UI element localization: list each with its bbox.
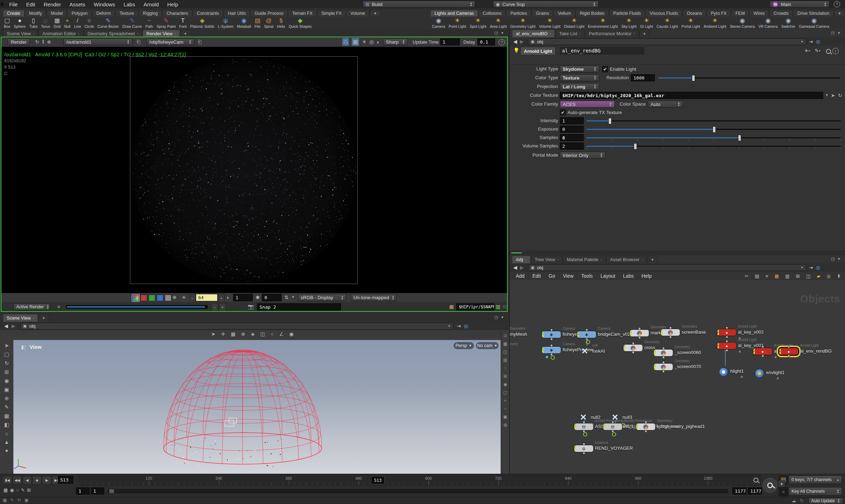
new-tab-button[interactable]: + [647, 256, 658, 263]
update-mode-dropdown[interactable]: Auto Update▲▼ [808, 498, 843, 504]
grid-vis-icon[interactable]: ▦ [501, 341, 509, 346]
snapshot-camera-icon[interactable]: 📷 [248, 304, 254, 309]
progress-plus-button[interactable]: + [219, 303, 226, 311]
shelf-tab-collisions[interactable]: Collisions [478, 10, 506, 17]
node-markerb[interactable]: markerBGeometry [630, 329, 649, 337]
jump-start-button[interactable]: ▮◀ [3, 476, 12, 484]
rop-path-dropdown[interactable]: /out/arnold1▲▼ [63, 38, 132, 45]
param-pane-menu-icon[interactable]: ▾ [838, 31, 840, 35]
shelf-tool-spiral[interactable]: @Spiral [262, 17, 275, 29]
cancel-render-icon[interactable]: ✕ [57, 304, 61, 309]
menu-render[interactable]: Render [39, 1, 65, 8]
shelf-tool-camera[interactable]: ◉Camera [430, 17, 447, 29]
channel-rgb-button[interactable] [132, 295, 139, 301]
portal-mode-dropdown[interactable]: Interior Only▲▼ [560, 152, 606, 159]
box-select-icon[interactable]: ▢ [0, 351, 13, 358]
net-menu-layout[interactable]: Layout [597, 272, 619, 279]
tab-close-icon[interactable]: ▪ [137, 32, 138, 35]
shelf-tool-line[interactable]: /Line [72, 17, 83, 29]
desktop-dropdown[interactable]: ⊞ Build ▲▼ [363, 1, 475, 8]
node-ass-voyager-1st-ne[interactable]: ▤ASS_VOYAGER_1st_neArnold Procedural [574, 423, 594, 430]
shelf-tool-box[interactable]: ▢Box [2, 17, 12, 29]
shelf-tab-drive-simulation[interactable]: Drive Simulation [793, 10, 834, 17]
range-start-field[interactable]: 1 [76, 487, 89, 494]
auto-refresh-icon[interactable]: ♺ [342, 38, 349, 46]
current-frame-field[interactable]: 513 [58, 476, 73, 484]
node-body[interactable]: ◆ [577, 331, 596, 338]
exposure-slider[interactable] [587, 126, 841, 133]
export-up-icon[interactable]: ⬆ [837, 273, 841, 279]
list-icon[interactable]: ≡ [765, 273, 768, 279]
plus-view-icon[interactable]: ⊞ [501, 374, 509, 379]
scene-pane-menu-icon[interactable]: ▾ [501, 315, 503, 320]
param-path-field[interactable]: ▣ obj ▼ [528, 38, 806, 45]
node-body[interactable]: ▤ [603, 423, 622, 430]
texture-reload-icon[interactable]: ↻ [838, 93, 842, 98]
pane-tab-geometry-spreadsheet[interactable]: Geometry Spreadsheet▪ [84, 30, 142, 37]
tab-close-icon[interactable]: ▪ [175, 32, 176, 35]
box-vis-icon[interactable]: ▣ [501, 414, 509, 419]
node-bridgecam-v02[interactable]: ◆bridgeCam_v02Camera [577, 331, 596, 338]
node-body[interactable]: ● [717, 342, 737, 349]
shelf-tab-particle-fluids[interactable]: Particle Fluids [609, 10, 645, 17]
tx-texture-checkbox[interactable]: ✔ [560, 109, 566, 115]
exposure-icon[interactable]: ☀ [182, 295, 186, 300]
range-icon[interactable]: ⇅ [284, 295, 289, 300]
pane-tab-scene-view[interactable]: Scene View▪ [3, 314, 38, 322]
channel-red-button[interactable] [140, 295, 147, 301]
network-pane-menu-icon[interactable]: ▾ [838, 257, 840, 261]
select-tool-icon[interactable]: ➤ [0, 342, 13, 349]
enable-light-checkbox[interactable]: ✔ [602, 66, 608, 72]
net-menu-help[interactable]: Help [638, 272, 656, 279]
samples-slider[interactable] [587, 134, 841, 141]
pane-split-icon[interactable]: ◳ [494, 31, 498, 35]
texture-menu-icon[interactable]: ▼ [825, 93, 828, 97]
tab-close-icon[interactable]: ▪ [634, 32, 635, 35]
shelf-tab-rigging[interactable]: Rigging [139, 10, 162, 17]
net-menu-view[interactable]: View [559, 272, 577, 279]
channel-blue-button[interactable] [157, 295, 163, 301]
tab-close-icon[interactable]: ▪ [526, 258, 527, 261]
tree-list-icon[interactable]: ▤ [755, 273, 759, 279]
info-icon[interactable]: i [832, 48, 839, 54]
camera-pick-icon[interactable]: ⎗ [198, 39, 202, 45]
cam-lock-icon[interactable]: ⊙ [501, 333, 509, 338]
snapshot-field[interactable]: Snap 2 [257, 303, 341, 310]
components-icon[interactable]: ▦ [352, 38, 359, 46]
shelf-tool-font[interactable]: TFont [177, 17, 188, 29]
shelf-tool-curve-bezier[interactable]: ✎Curve Bezier [96, 17, 121, 29]
shelf-tab-grains[interactable]: Grains [532, 10, 553, 17]
follow-icon[interactable]: ◎ [816, 265, 820, 270]
pane-tab-asset-browser[interactable]: Asset Browser▪ [606, 256, 647, 263]
pane-tab-obj[interactable]: /obj▪ [512, 256, 531, 263]
node-ass-voyager-2nd-new[interactable]: ▤ASS_VOYAGER_2nd_newArnold Procedural [603, 423, 622, 430]
range-edit-icon[interactable]: ✎ [21, 487, 25, 493]
shelf-tool-sky-light[interactable]: ☀Sky Light [620, 17, 638, 29]
node-body[interactable]: ● [779, 348, 799, 355]
channel-green-button[interactable] [149, 295, 155, 301]
snap-grid-icon[interactable]: ▦ [231, 331, 235, 337]
pin-icon[interactable]: ⇥ [457, 323, 461, 329]
color-family-dropdown[interactable]: ACES▲▼ [560, 101, 615, 108]
channel-alpha-button[interactable] [165, 295, 171, 301]
edit-tool-icon[interactable]: ✎ [0, 404, 13, 410]
shelf-tab-wires[interactable]: Wires [749, 10, 769, 17]
projection-dropdown[interactable]: Lat / Long▲▼ [560, 83, 599, 90]
grid-icon[interactable]: ▥ [785, 273, 789, 279]
shelf-tool-distant-light[interactable]: ☀Distant Light [562, 17, 586, 29]
slider-handle[interactable] [634, 143, 637, 150]
grid-tool-icon[interactable]: ⊞ [0, 369, 13, 375]
circle-vis-icon[interactable]: ◉ [501, 382, 509, 387]
intensity-slider[interactable] [587, 117, 841, 124]
windows-icon[interactable]: ◫ [806, 273, 810, 279]
snowflake-icon[interactable]: ❄ [173, 295, 177, 300]
pane-tab-performance-monitor[interactable]: Performance Monitor▪ [585, 30, 639, 37]
scene-viewport[interactable]: ◧ View Persp▼ No cam▼ [13, 340, 501, 474]
persp-button[interactable]: Persp▼ [453, 342, 474, 349]
gear-menu-icon[interactable]: ☀▾ [804, 48, 810, 53]
key-menu-button[interactable]: ▼ [778, 480, 785, 488]
shelf-tool-null[interactable]: +Null [62, 17, 72, 29]
back-icon[interactable]: ◀ [513, 39, 517, 44]
net-menu-add[interactable]: Add [512, 272, 528, 279]
add-tool-icon[interactable]: ⊕ [0, 395, 13, 402]
